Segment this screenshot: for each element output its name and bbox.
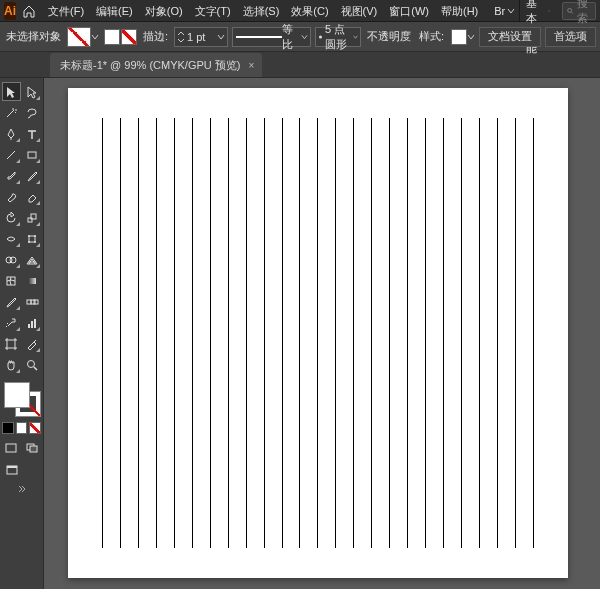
menu-help[interactable]: 帮助(H): [435, 0, 484, 22]
stroke-swatch-group[interactable]: [103, 29, 137, 45]
chevron-down-icon[interactable]: [91, 28, 99, 46]
menu-bar: Ai 文件(F) 编辑(E) 对象(O) 文字(T) 选择(S) 效果(C) 视…: [0, 0, 600, 22]
vertical-line: [407, 118, 408, 548]
vertical-line: [515, 118, 516, 548]
direct-selection-tool[interactable]: [23, 82, 41, 101]
screen-mode[interactable]: [2, 462, 21, 478]
vertical-line: [102, 118, 103, 548]
stroke-weight-input[interactable]: [185, 30, 217, 44]
pencil-tool[interactable]: [23, 166, 42, 185]
perspective-grid-tool[interactable]: [23, 250, 42, 269]
svg-line-1: [571, 11, 573, 13]
home-icon[interactable]: [22, 2, 36, 20]
color-mode-row: [2, 422, 41, 434]
stroke-weight-field[interactable]: [174, 27, 228, 47]
bridge-dropdown[interactable]: Br: [490, 5, 519, 17]
vertical-line: [461, 118, 462, 548]
menu-view[interactable]: 视图(V): [335, 0, 384, 22]
menu-select[interactable]: 选择(S): [237, 0, 286, 22]
eraser-tool[interactable]: [23, 187, 42, 206]
magic-wand-tool[interactable]: [2, 103, 21, 122]
hand-tool[interactable]: [2, 355, 21, 374]
vertical-line: [479, 118, 480, 548]
draw-behind[interactable]: [23, 440, 42, 456]
graphic-style[interactable]: [450, 29, 475, 45]
symbol-sprayer-tool[interactable]: [2, 313, 21, 332]
pen-tool[interactable]: [2, 124, 21, 143]
fill-stroke-indicator[interactable]: [2, 380, 42, 418]
menu-window[interactable]: 窗口(W): [383, 0, 435, 22]
svg-point-9: [34, 235, 36, 237]
document-setup-button[interactable]: 文档设置: [479, 27, 541, 47]
document-tab-title: 未标题-1* @ 99% (CMYK/GPU 预览): [60, 58, 240, 73]
menu-effect[interactable]: 效果(C): [285, 0, 334, 22]
vertical-line: [371, 118, 372, 548]
artboard[interactable]: [68, 88, 568, 578]
fill-indicator[interactable]: [4, 382, 30, 408]
canvas-area[interactable]: [44, 78, 600, 589]
menu-object[interactable]: 对象(O): [139, 0, 189, 22]
svg-rect-15: [28, 278, 36, 284]
color-mode-none[interactable]: [29, 422, 41, 434]
toolbox-collapse-handle[interactable]: [16, 484, 28, 494]
document-tab[interactable]: 未标题-1* @ 99% (CMYK/GPU 预览) ×: [50, 53, 262, 77]
vertical-line: [317, 118, 318, 548]
svg-point-8: [28, 235, 30, 237]
draw-normal[interactable]: [2, 440, 21, 456]
color-mode-color[interactable]: [2, 422, 14, 434]
svg-rect-14: [7, 277, 15, 285]
fill-swatch-group[interactable]: [67, 27, 99, 47]
menu-edit[interactable]: 编辑(E): [90, 0, 139, 22]
variable-width-profile[interactable]: 等比: [232, 27, 311, 47]
menu-file[interactable]: 文件(F): [42, 0, 90, 22]
artboard-tool[interactable]: [2, 334, 21, 353]
rectangle-tool[interactable]: [23, 145, 42, 164]
paintbrush-tool[interactable]: [2, 166, 21, 185]
style-swatch[interactable]: [451, 29, 467, 45]
control-bar: 未选择对象 描边: 等比 5 点圆形 不透明度 样式: 文档设置 首选项: [0, 22, 600, 52]
type-tool[interactable]: [23, 124, 42, 143]
vertical-line: [228, 118, 229, 548]
svg-rect-17: [31, 300, 35, 304]
svg-rect-6: [31, 214, 36, 219]
fill-none-swatch[interactable]: [67, 27, 91, 47]
blend-tool[interactable]: [23, 292, 42, 311]
brush-definition[interactable]: 5 点圆形: [315, 27, 361, 47]
svg-rect-16: [27, 300, 31, 304]
zoom-tool[interactable]: [23, 355, 42, 374]
width-tool[interactable]: [2, 229, 21, 248]
blob-brush-tool[interactable]: [2, 187, 21, 206]
mesh-tool[interactable]: [2, 271, 21, 290]
menu-type[interactable]: 文字(T): [189, 0, 237, 22]
lasso-tool[interactable]: [23, 103, 42, 122]
search-placeholder: 搜索: [577, 0, 591, 26]
slice-tool[interactable]: [23, 334, 42, 353]
rotate-tool[interactable]: [2, 208, 21, 227]
stroke-swatch[interactable]: [104, 29, 120, 45]
vertical-line: [138, 118, 139, 548]
close-icon[interactable]: ×: [246, 60, 256, 70]
eyedropper-tool[interactable]: [2, 292, 21, 311]
stroke-none-swatch[interactable]: [121, 29, 137, 45]
color-mode-gradient[interactable]: [16, 422, 28, 434]
search-box[interactable]: 搜索: [562, 2, 596, 20]
selection-status: 未选择对象: [4, 29, 63, 44]
vertical-line: [210, 118, 211, 548]
gradient-tool[interactable]: [23, 271, 42, 290]
shape-builder-tool[interactable]: [2, 250, 21, 269]
workspace-switcher[interactable]: 传统基本功能: [519, 0, 556, 21]
line-segment-tool[interactable]: [2, 145, 21, 164]
column-graph-tool[interactable]: [23, 313, 42, 332]
opacity-label[interactable]: 不透明度: [365, 29, 413, 44]
scale-tool[interactable]: [23, 208, 42, 227]
svg-point-10: [28, 241, 30, 243]
screen-mode-row: [2, 462, 41, 478]
artwork-stripes: [102, 118, 534, 548]
svg-line-24: [34, 367, 37, 370]
selection-tool[interactable]: [2, 82, 21, 101]
document-tab-strip: 未标题-1* @ 99% (CMYK/GPU 预览) ×: [0, 52, 600, 78]
free-transform-tool[interactable]: [23, 229, 42, 248]
vertical-line: [192, 118, 193, 548]
toolbox: [0, 78, 44, 589]
preferences-button[interactable]: 首选项: [545, 27, 596, 47]
